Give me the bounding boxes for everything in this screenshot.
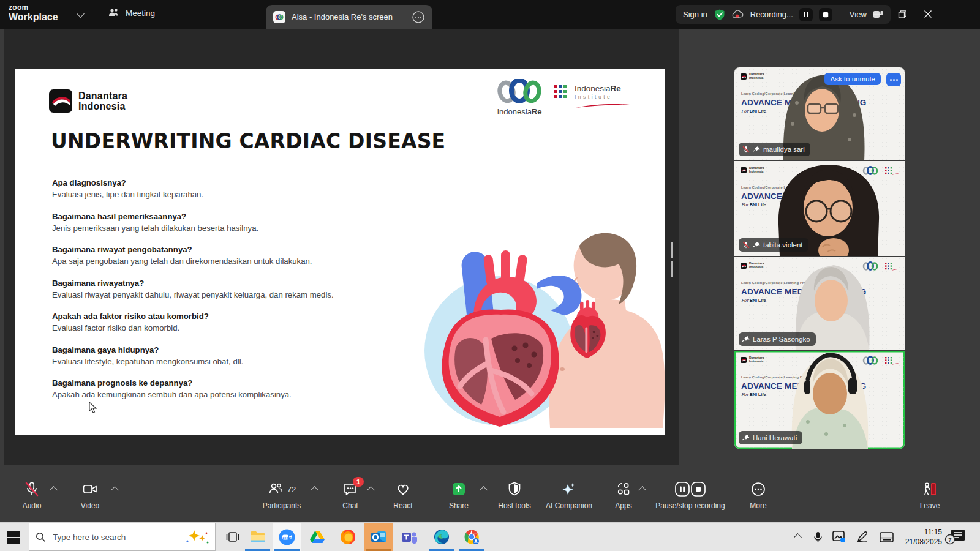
ai-companion-button[interactable]: AI Companion xyxy=(538,481,600,510)
taskbar-file-explorer[interactable] xyxy=(243,523,272,551)
sign-in-button[interactable]: Sign in xyxy=(683,10,707,19)
firefox-icon xyxy=(340,529,356,545)
participant-name-bar: Laras P Sasongko xyxy=(739,332,816,346)
tray-screenshot-icon[interactable] xyxy=(831,523,848,551)
slide-question-list: Apa diagnosisnya?Evaluasi jenis, tipe da… xyxy=(52,177,358,411)
pause-stop-recording-button[interactable]: Pause/stop recording xyxy=(644,481,736,510)
danantara-logo: Danantara Indonesia xyxy=(49,89,127,113)
edge-icon xyxy=(434,529,450,545)
taskbar-chrome[interactable] xyxy=(458,523,486,551)
tab-meeting[interactable]: Meeting xyxy=(108,7,155,18)
search-input[interactable] xyxy=(51,532,178,542)
ai-companion-label: AI Companion xyxy=(546,501,592,510)
close-button[interactable] xyxy=(924,10,932,18)
start-button[interactable] xyxy=(7,531,20,544)
taskbar-clock[interactable]: 11:15 21/08/2025 xyxy=(905,527,942,547)
apps-button[interactable]: Apps xyxy=(605,481,642,510)
institute-wordmark: Indonesia xyxy=(575,84,611,93)
share-label: Share xyxy=(449,501,469,510)
tab-options-icon[interactable] xyxy=(412,10,425,24)
workspace-menu-chevron-icon[interactable] xyxy=(77,10,85,18)
institute-dots-icon xyxy=(553,84,570,100)
recording-cloud-icon xyxy=(732,10,744,19)
video-tile[interactable]: Danantara Indonesia Learn Coding/Corpora… xyxy=(734,161,905,256)
tab-meeting-label: Meeting xyxy=(126,9,155,18)
tab-shared-screen[interactable]: Alsa - Indonesia Re's screen xyxy=(266,5,432,29)
pin-icon xyxy=(753,241,760,249)
participants-options-chevron[interactable] xyxy=(311,486,318,494)
taskbar-firefox[interactable] xyxy=(333,523,362,551)
video-tile[interactable]: Danantara Indonesia Learn Coding/Corpora… xyxy=(734,257,905,350)
brand-workplace: Workplace xyxy=(9,12,58,22)
participant-name: Hani Herawati xyxy=(753,434,797,441)
tile-more-options-button[interactable] xyxy=(886,73,901,86)
windows-taskbar: zoom xyxy=(0,522,980,551)
meeting-toolbar: Audio Video 72 Participants xyxy=(0,465,980,522)
taskbar-zoom[interactable]: zoom xyxy=(273,523,301,551)
titlebar-status-group: Sign in Recording... View xyxy=(676,5,891,24)
taskbar-edge[interactable] xyxy=(427,523,456,551)
zoom-workplace-logo: zoom Workplace xyxy=(9,4,58,22)
chat-unread-badge: 1 xyxy=(353,477,364,487)
mouse-cursor xyxy=(89,402,99,414)
tray-pen-icon[interactable] xyxy=(854,523,871,551)
clock-time: 11:15 xyxy=(905,527,942,537)
react-label: React xyxy=(393,501,412,510)
window-controls xyxy=(873,5,932,23)
participants-label: Participants xyxy=(263,501,301,510)
share-options-chevron[interactable] xyxy=(480,486,488,494)
institute-swoosh-icon xyxy=(575,103,631,108)
chrome-icon xyxy=(464,529,480,545)
indonesia-re-rings-icon xyxy=(496,79,543,103)
leave-button[interactable]: Leave xyxy=(911,481,948,510)
host-tools-label: Host tools xyxy=(498,501,530,510)
taskbar-teams[interactable] xyxy=(395,523,424,551)
tray-microphone-icon[interactable] xyxy=(810,523,826,551)
tray-show-hidden-icons[interactable] xyxy=(790,523,805,551)
shared-app-icon xyxy=(273,11,285,23)
tray-touch-keyboard-icon[interactable] xyxy=(877,523,895,551)
video-button[interactable]: Video xyxy=(72,481,108,510)
ire-wordmark-re: Re xyxy=(532,107,542,116)
video-tile[interactable]: Danantara Indonesia Learn Coding/Corpora… xyxy=(734,67,905,160)
participants-button[interactable]: 72 Participants xyxy=(254,481,309,510)
restore-button[interactable] xyxy=(898,10,907,19)
stop-recording-button[interactable] xyxy=(819,8,832,21)
video-tile-active-speaker[interactable]: Danantara Indonesia Learn Coding/Corpora… xyxy=(734,351,905,449)
audio-options-chevron[interactable] xyxy=(50,486,58,494)
qa-item: Bagaimana riwayatnya?Evaluasi riwayat pe… xyxy=(52,277,358,301)
pause-stop-icons xyxy=(674,481,706,497)
file-explorer-icon xyxy=(250,530,266,544)
leave-label: Leave xyxy=(920,501,940,510)
audio-button[interactable]: Audio xyxy=(13,481,50,510)
danantara-logo-line1: Danantara xyxy=(78,91,127,101)
taskbar-search[interactable] xyxy=(29,523,216,551)
more-button[interactable]: More xyxy=(740,481,777,510)
pause-recording-button[interactable] xyxy=(799,8,813,21)
taskbar-outlook[interactable] xyxy=(364,523,393,551)
task-view-button[interactable] xyxy=(218,523,247,551)
notification-center-button[interactable]: 7 xyxy=(940,523,971,551)
video-options-chevron[interactable] xyxy=(111,486,119,494)
host-tools-button[interactable]: Host tools xyxy=(490,481,539,510)
participant-name: tabita.violent xyxy=(763,241,803,249)
minimize-button[interactable] xyxy=(873,10,881,18)
titlebar: zoom Workplace Meeting Alsa - Indonesia … xyxy=(0,0,980,29)
panel-resize-handle[interactable] xyxy=(671,242,676,258)
view-button[interactable]: View xyxy=(850,10,867,19)
chat-options-chevron[interactable] xyxy=(367,486,375,494)
more-label: More xyxy=(750,501,766,510)
taskbar-google-drive[interactable] xyxy=(303,523,331,551)
brand-zoom: zoom xyxy=(9,4,58,11)
chat-button[interactable]: 1 Chat xyxy=(335,481,366,510)
react-button[interactable]: React xyxy=(385,481,421,510)
participants-count: 72 xyxy=(287,485,296,494)
chat-label: Chat xyxy=(342,501,358,510)
participant-name-bar: tabita.violent xyxy=(739,238,809,252)
security-shield-icon[interactable] xyxy=(714,9,726,21)
camera-icon xyxy=(82,481,98,497)
heart-illustration xyxy=(417,209,665,429)
ask-to-unmute-button[interactable]: Ask to unmute xyxy=(824,73,881,85)
participant-name: Laras P Sasongko xyxy=(753,335,810,343)
share-button[interactable]: Share xyxy=(440,481,477,510)
